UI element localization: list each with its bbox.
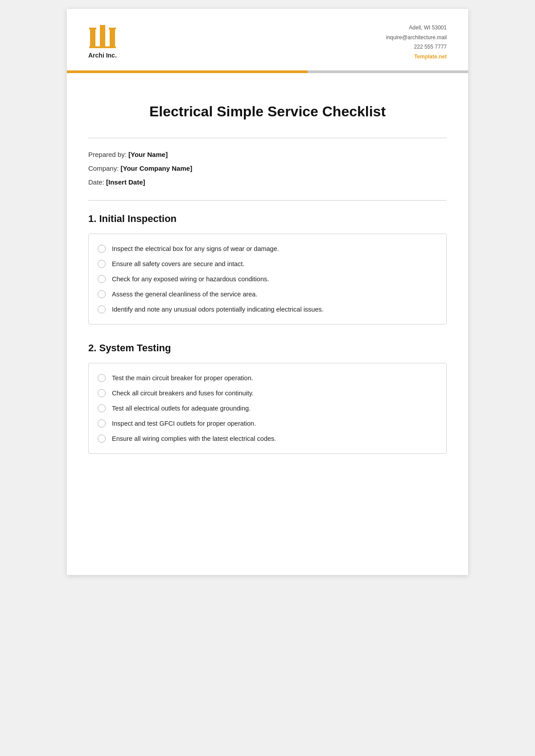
list-item[interactable]: Ensure all wiring complies with the late…	[98, 431, 437, 446]
checkbox-circle[interactable]	[98, 275, 106, 283]
svg-rect-2	[110, 29, 115, 46]
svg-rect-4	[89, 28, 96, 29]
company-label: Company:	[88, 164, 119, 172]
contact-address: Adell, WI 53001	[386, 23, 447, 33]
checklist-item-label: Test the main circuit breaker for proper…	[112, 374, 253, 382]
company-value: [Your Company Name]	[121, 164, 193, 172]
checkbox-circle[interactable]	[98, 290, 106, 298]
checklist-item-label: Check for any exposed wiring or hazardou…	[112, 275, 269, 283]
contact-info: Adell, WI 53001 inquire@architecture.mai…	[386, 23, 447, 62]
checklist-item-label: Ensure all safety covers are secure and …	[112, 260, 244, 267]
contact-phone: 222 555 7777	[386, 42, 447, 52]
checklist-section-1: 1. Initial InspectionInspect the electri…	[88, 213, 447, 325]
list-item[interactable]: Inspect and test GFCI outlets for proper…	[98, 416, 437, 431]
list-item[interactable]: Test all electrical outlets for adequate…	[98, 401, 437, 416]
prepared-by-label: Prepared by:	[88, 151, 127, 158]
document-title: Electrical Simple Service Checklist	[88, 103, 447, 120]
company-name: Archi Inc.	[88, 52, 117, 59]
list-item[interactable]: Ensure all safety covers are secure and …	[98, 256, 437, 271]
meta-section: Prepared by: [Your Name] Company: [Your …	[88, 151, 447, 186]
top-divider	[88, 138, 447, 138]
page-header: Archi Inc. Adell, WI 53001 inquire@archi…	[67, 9, 468, 70]
checklist-item-label: Test all electrical outlets for adequate…	[112, 405, 251, 412]
list-item[interactable]: Test the main circuit breaker for proper…	[98, 370, 437, 386]
checklist-box-2: Test the main circuit breaker for proper…	[88, 363, 447, 454]
svg-rect-1	[100, 25, 105, 46]
checkbox-circle[interactable]	[98, 404, 106, 412]
checklist-item-label: Identify and note any unusual odors pote…	[112, 306, 324, 313]
list-item[interactable]: Inspect the electrical box for any signs…	[98, 241, 437, 256]
list-item[interactable]: Identify and note any unusual odors pote…	[98, 302, 437, 317]
checklist-item-label: Inspect the electrical box for any signs…	[112, 245, 279, 252]
checkbox-circle[interactable]	[98, 245, 106, 253]
contact-website: Template.net	[386, 52, 447, 62]
checkbox-circle[interactable]	[98, 374, 106, 382]
list-item[interactable]: Assess the general cleanliness of the se…	[98, 287, 437, 302]
list-item[interactable]: Check all circuit breakers and fuses for…	[98, 386, 437, 401]
svg-rect-3	[89, 46, 116, 48]
contact-email: inquire@architecture.mail	[386, 33, 447, 43]
svg-rect-0	[90, 29, 95, 46]
checklist-box-1: Inspect the electrical box for any signs…	[88, 234, 447, 325]
svg-rect-5	[109, 28, 116, 29]
sections-container: 1. Initial InspectionInspect the electri…	[88, 213, 447, 454]
checklist-item-label: Assess the general cleanliness of the se…	[112, 291, 257, 298]
prepared-by-value: [Your Name]	[128, 151, 168, 158]
logo-area: Archi Inc.	[88, 23, 117, 59]
checkbox-circle[interactable]	[98, 419, 106, 427]
checklist-item-label: Ensure all wiring complies with the late…	[112, 435, 276, 442]
date-label: Date:	[88, 178, 104, 186]
meta-bottom-divider	[88, 200, 447, 201]
company-field: Company: [Your Company Name]	[88, 164, 447, 172]
date-field: Date: [Insert Date]	[88, 178, 447, 186]
prepared-by-field: Prepared by: [Your Name]	[88, 151, 447, 158]
date-value: [Insert Date]	[106, 178, 145, 186]
section-title-2: 2. System Testing	[88, 342, 447, 354]
checklist-item-label: Inspect and test GFCI outlets for proper…	[112, 420, 256, 427]
checklist-section-2: 2. System TestingTest the main circuit b…	[88, 342, 447, 454]
checkbox-circle[interactable]	[98, 389, 106, 397]
main-content: Electrical Simple Service Checklist Prep…	[67, 73, 468, 489]
section-title-1: 1. Initial Inspection	[88, 213, 447, 225]
document-page: Archi Inc. Adell, WI 53001 inquire@archi…	[67, 9, 468, 575]
list-item[interactable]: Check for any exposed wiring or hazardou…	[98, 271, 437, 287]
checkbox-circle[interactable]	[98, 305, 106, 313]
company-logo-icon	[88, 23, 117, 48]
checkbox-circle[interactable]	[98, 260, 106, 268]
checkbox-circle[interactable]	[98, 435, 106, 443]
checklist-item-label: Check all circuit breakers and fuses for…	[112, 390, 254, 397]
